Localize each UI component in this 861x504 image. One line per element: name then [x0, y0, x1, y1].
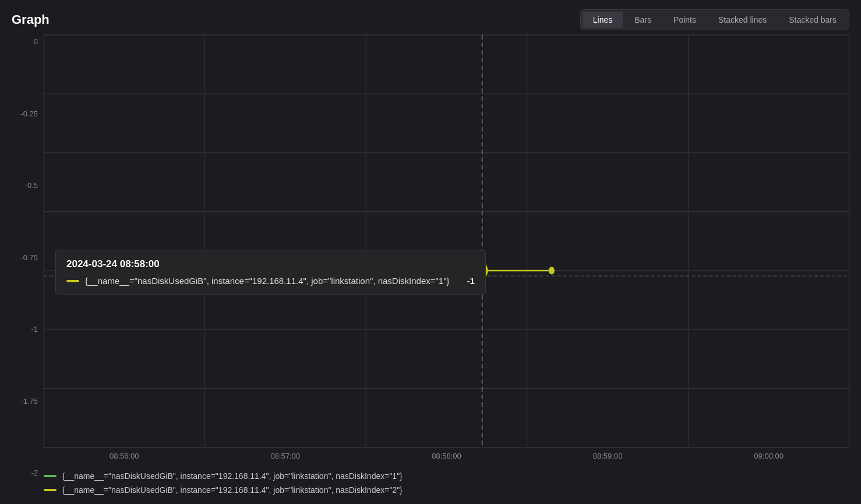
tooltip-label: {__name__="nasDiskUsedGiB", instance="19…	[85, 276, 449, 286]
x-label-2: 08:58:00	[366, 452, 527, 460]
y-label-1: -1	[12, 325, 44, 333]
y-label-175: -1.75	[12, 397, 44, 406]
tab-stacked-bars[interactable]: Stacked bars	[778, 12, 847, 28]
chart-svg	[44, 35, 849, 448]
x-label-0: 08:56:00	[44, 452, 205, 460]
y-label-05: -0.5	[12, 181, 44, 190]
chart-type-tabs: Lines Bars Points Stacked lines Stacked …	[580, 9, 849, 30]
x-axis: 08:56:00 08:57:00 08:58:00 08:59:00 09:0…	[44, 448, 849, 466]
y-label-075: -0.75	[12, 253, 44, 262]
tab-bars[interactable]: Bars	[624, 12, 662, 28]
plot-area[interactable]: 2024-03-24 08:58:00 {__name__="nasDiskUs…	[44, 35, 849, 448]
tooltip-row: {__name__="nasDiskUsedGiB", instance="19…	[66, 276, 475, 286]
legend-item-1: {__name__="nasDiskUsedGiB", instance="19…	[44, 471, 849, 481]
x-label-1: 08:57:00	[205, 452, 366, 460]
tab-lines[interactable]: Lines	[583, 12, 623, 28]
legend-item-2: {__name__="nasDiskUsedGiB", instance="19…	[44, 485, 849, 495]
y-label-025: -0.25	[12, 109, 44, 118]
x-label-4: 09:00:00	[688, 452, 849, 460]
tooltip-value: -1	[467, 276, 474, 286]
chart-inner: 2024-03-24 08:58:00 {__name__="nasDiskUs…	[44, 35, 849, 495]
tab-stacked-lines[interactable]: Stacked lines	[708, 12, 777, 28]
y-label-0: 0	[12, 37, 44, 46]
y-label-2: -2	[12, 468, 44, 477]
page-title: Graph	[12, 12, 50, 27]
legend-label-2: {__name__="nasDiskUsedGiB", instance="19…	[62, 485, 403, 495]
tab-points[interactable]: Points	[663, 12, 707, 28]
y-axis: 0 -0.25 -0.5 -0.75 -1 -1.75 -2	[12, 35, 44, 495]
tooltip-color-swatch	[66, 280, 79, 282]
legend-label-1: {__name__="nasDiskUsedGiB", instance="19…	[62, 471, 403, 481]
legend-area: {__name__="nasDiskUsedGiB", instance="19…	[44, 466, 849, 495]
tooltip-time: 2024-03-24 08:58:00	[66, 258, 475, 270]
chart-area: 0 -0.25 -0.5 -0.75 -1 -1.75 -2	[12, 35, 849, 495]
svg-point-25	[549, 267, 555, 274]
x-label-3: 08:59:00	[527, 452, 689, 460]
legend-color-1	[44, 475, 57, 477]
legend-color-2	[44, 489, 57, 491]
tooltip: 2024-03-24 08:58:00 {__name__="nasDiskUs…	[55, 250, 486, 294]
